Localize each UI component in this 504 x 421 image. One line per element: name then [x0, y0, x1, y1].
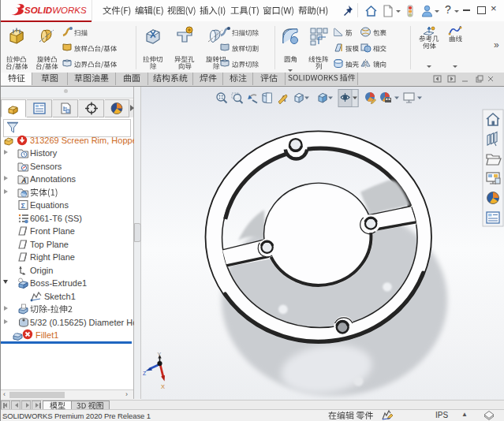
svg-text:A: A	[21, 177, 26, 184]
svg-text:Σ: Σ	[21, 202, 26, 210]
svg-text:X: X	[161, 383, 165, 390]
svg-text:Z: Z	[143, 371, 147, 376]
svg-text:Y: Y	[158, 352, 162, 357]
